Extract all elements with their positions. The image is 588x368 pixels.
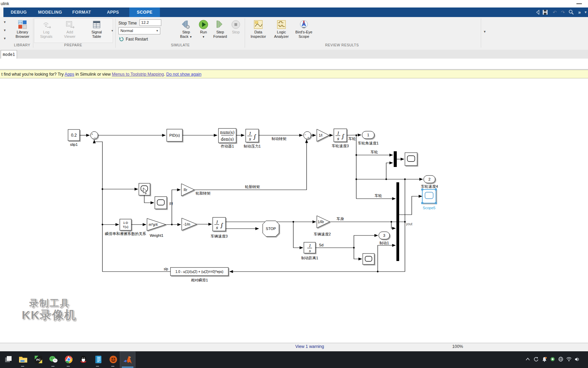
block-scope5[interactable]: Scope5 (421, 188, 437, 210)
block-weight-gain[interactable]: m*g/4 Weight1 (147, 218, 166, 237)
tab-modeling[interactable]: MODELING (35, 7, 65, 17)
task-view-icon[interactable] (4, 355, 13, 364)
sync-icon[interactable] (532, 355, 540, 363)
signal-table-button[interactable]: SignalTable (86, 19, 107, 39)
block-gain-1-over-Rr[interactable]: 1/Rr 车辆速度2 (314, 216, 331, 236)
block-stop-simulation[interactable]: STOP (263, 221, 279, 236)
svg-text:Rr: Rr (184, 188, 187, 192)
library-browser-icon (12, 19, 33, 30)
fast-restart-toggle[interactable]: Fast Restart (119, 36, 148, 42)
block-friction-lookup[interactable]: 1-D T(u) 瞬滑率和摩擦系数的关系 (105, 219, 146, 236)
outport-3[interactable]: 3 制动1 (379, 232, 390, 245)
mux-block[interactable] (394, 151, 397, 167)
block-sum2[interactable]: − + (304, 132, 311, 139)
panel-collapse-icon[interactable]: ▼ (2, 20, 7, 24)
more-actions-icon[interactable]: » (576, 7, 583, 17)
block-actuator-transfer-fcn[interactable]: num(s) den(s) 作动器1 (218, 128, 236, 148)
svg-text:s: s (216, 225, 218, 230)
undo-icon[interactable]: ↶ (551, 7, 559, 17)
block-sum1[interactable]: + − (91, 132, 98, 139)
globe-icon[interactable] (557, 355, 565, 363)
svg-text:车轮速度3: 车轮速度3 (332, 144, 349, 148)
block-gain-1-over-I[interactable]: 1/l (317, 129, 329, 141)
svg-text:∫: ∫ (220, 222, 224, 229)
svg-text:作动器1: 作动器1 (220, 144, 234, 148)
window-title: ulink (1, 1, 9, 6)
svg-text:1/l: 1/l (319, 134, 323, 137)
svg-text:slip1: slip1 (70, 142, 78, 147)
scope-block[interactable] (363, 254, 374, 264)
scope-block[interactable] (405, 153, 417, 166)
svg-text:1: 1 (215, 220, 218, 225)
simulation-mode-select[interactable]: Normal ▼ (118, 27, 160, 34)
save-icon[interactable] (541, 7, 549, 17)
view-warning-link[interactable]: View 1 warning (286, 344, 333, 349)
do-not-show-link[interactable]: Do not show again (166, 72, 201, 77)
toolstrip-collapse-icon[interactable] (534, 7, 541, 17)
watermark-line2: KK录像机 (22, 307, 77, 323)
wifi-icon[interactable] (565, 355, 573, 363)
cutoff-tab (0, 7, 3, 17)
volume-icon[interactable] (573, 355, 581, 363)
matlab-taskbar-tile[interactable] (120, 352, 135, 368)
block-wheel-speed-integrator[interactable]: 1 s ∫ 车轮速度3 (332, 129, 349, 148)
quick-access-dropdown-icon[interactable]: ▼ (583, 7, 588, 17)
signal-slp: slp (164, 267, 168, 271)
outport-1[interactable]: 1 车轮角速度1 (358, 131, 378, 145)
svg-text:相对瞬滑1: 相对瞬滑1 (191, 278, 208, 282)
tab-scope[interactable]: SCOPE (129, 7, 160, 17)
panel-collapse-icon[interactable]: ▼ (2, 29, 7, 32)
taskbar (0, 351, 588, 368)
run-button[interactable]: Run▼ (195, 19, 212, 39)
pycharm-icon[interactable]: PC (34, 355, 43, 364)
wechat-icon[interactable] (49, 355, 58, 364)
svg-text:1-D: 1-D (123, 221, 128, 225)
block-slip-constant[interactable]: 0.2 slip1 (68, 129, 80, 147)
group-label-review-results: REVIEW RESULTS (247, 43, 437, 47)
status-dot-icon[interactable] (549, 355, 556, 363)
block-relative-slip-fcn[interactable]: 1.0 - u(1)/(u(2) + (u(2)==0)*eps) 相对瞬滑1 (170, 267, 228, 282)
data-inspector-button[interactable]: DataInspector (247, 19, 270, 39)
panel-collapse-icon[interactable]: ▼ (2, 37, 7, 40)
file-explorer-icon[interactable] (18, 355, 28, 364)
block-brake-pressure-integrator[interactable]: 1 s ∫ 制动压力1 (244, 129, 261, 148)
apps-link[interactable]: Apps (65, 72, 75, 77)
ribbon-expand-icon[interactable]: ▼ (483, 30, 486, 33)
block-ff-scope[interactable]: Ff (155, 197, 173, 209)
block-inv-mass-gain[interactable]: -1/m (182, 218, 197, 230)
minimize-button[interactable] (576, 3, 582, 4)
block-pid-controller[interactable]: PID(s) (167, 129, 182, 141)
birds-eye-scope-button[interactable]: Bird's-EyeScope (293, 19, 315, 39)
tab-model[interactable]: mode1 (1, 50, 17, 59)
outport-2[interactable]: 2 车轮速度4 (421, 175, 438, 188)
search-icon[interactable] (567, 7, 575, 17)
block-vehicle-speed-integrator[interactable]: 1 s ∫ 车辆速度3 (211, 217, 228, 238)
tab-format[interactable]: FORMAT (69, 7, 94, 17)
kk-recorder-icon[interactable] (109, 355, 118, 364)
svg-text:−: − (94, 136, 96, 139)
qq-icon[interactable] (79, 355, 88, 364)
notepad-icon[interactable] (94, 355, 103, 364)
svg-text:∫: ∫ (254, 133, 257, 140)
svg-text:Weight1: Weight1 (150, 233, 163, 237)
chrome-icon[interactable] (64, 355, 74, 364)
mux-block[interactable] (396, 182, 399, 261)
stop-time-input[interactable]: 12.2 (140, 19, 161, 26)
step-back-button[interactable]: StepBack ▼ (178, 19, 195, 39)
tab-apps[interactable]: APPS (102, 7, 124, 17)
tab-debug[interactable]: DEBUG (7, 7, 31, 17)
model-canvas[interactable]: 0.2 slip1 + − PID(s) num(s) den(s) 作动器1 … (0, 78, 588, 343)
tray-expand-icon[interactable] (524, 355, 532, 363)
step-forward-button[interactable]: StepForward (212, 19, 229, 39)
prepare-overflow-icon[interactable]: ▼ (111, 29, 114, 32)
svg-text:车辆速度3: 车辆速度3 (211, 234, 228, 238)
menus-mapping-link[interactable]: Menus to Toolstrip Mapping (112, 72, 164, 77)
notification-text: t find what you're looking for? Try (1, 72, 65, 77)
bell-icon[interactable] (541, 355, 548, 363)
block-brake-distance-integrator[interactable]: 1 s 制动距离1 (301, 242, 318, 260)
svg-text:T(u): T(u) (123, 225, 129, 229)
svg-text:PID(s): PID(s) (169, 133, 180, 137)
library-browser-button[interactable]: LibraryBrowser (12, 19, 33, 39)
redo-icon[interactable]: ↷ (559, 7, 567, 17)
logic-analyzer-button[interactable]: LogicAnalyzer (270, 19, 293, 39)
